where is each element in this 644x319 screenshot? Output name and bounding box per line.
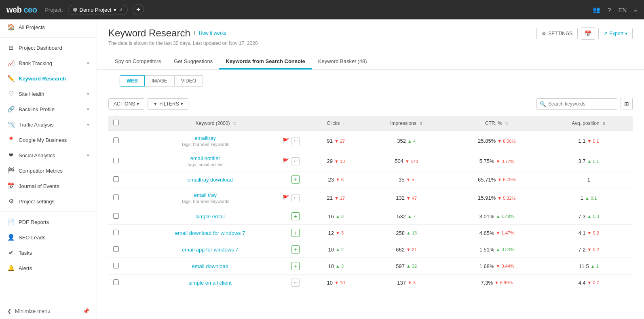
keyword-text-area: email download — [129, 263, 291, 269]
minimize-menu[interactable]: ❮ Minimize menu 📌 — [0, 303, 97, 319]
row-checkbox-3[interactable] — [113, 194, 119, 200]
sidebar-item-competitor-metrics[interactable]: 🏁 Competitor Metrics — [0, 163, 97, 178]
columns-icon: ⊞ — [624, 101, 629, 107]
sidebar-item-social-analytics[interactable]: ❤ Social Analytics ▾ — [0, 148, 97, 163]
row-checkbox-8[interactable] — [113, 279, 119, 285]
sidebar-label-tasks: Tasks — [19, 250, 32, 256]
keyword-text-area: email notifier Tags: email notifier — [129, 155, 282, 167]
people-icon[interactable]: 👥 — [593, 6, 600, 13]
add-icon[interactable]: + — [291, 245, 300, 254]
row-checkbox-6[interactable] — [113, 246, 119, 252]
avg-pos-cell: 4.4 ▼ 0.7 — [549, 280, 628, 286]
export-button[interactable]: ↗ Export ▾ — [598, 28, 633, 39]
question-icon[interactable]: ? — [608, 6, 611, 13]
add-icon[interactable]: + — [291, 229, 300, 237]
add-icon[interactable]: + — [291, 175, 300, 184]
sort-icon-clicks: ↓ — [343, 121, 345, 126]
ctr-cell: 25.85% ▼ 8.06% — [454, 138, 540, 144]
tab-keywords-from-search-console[interactable]: Keywords from Search Console — [219, 54, 312, 70]
tab-keyword-basket[interactable]: Keyword Basket (48) — [312, 54, 374, 70]
project-name: Demo Project — [80, 7, 112, 13]
row-checkbox-4[interactable] — [113, 213, 119, 219]
row-checkbox-0[interactable] — [113, 137, 119, 143]
col-impressions[interactable]: Impressions ⇅ — [364, 116, 449, 131]
external-link-icon: ↗ — [119, 7, 122, 13]
sidebar-item-journal-of-events[interactable]: 📅 Journal of Events — [0, 178, 97, 194]
sidebar-item-google-my-business[interactable]: 📍 Google My Business — [0, 132, 97, 148]
media-tab-web[interactable]: WEB — [120, 75, 145, 87]
back-icon[interactable]: ↩ — [291, 137, 300, 145]
add-project-button[interactable]: + — [133, 4, 144, 15]
sidebar-item-rank-tracking[interactable]: 📈 Rank Tracking ▾ — [0, 55, 97, 71]
table-row: email tray Tags: branded keywords 🚩↩ 21 … — [108, 188, 633, 208]
table-row: simple email + 16 ▲ 8532 ▲ 73.01% ▲ 1.48… — [108, 208, 633, 225]
project-selector[interactable]: Demo Project ▾ ↗ — [68, 5, 128, 15]
keyword-row-content: simple email client ↩ — [129, 279, 303, 287]
select-all-checkbox[interactable] — [113, 120, 119, 125]
actions-button[interactable]: ACTIONS ▾ — [108, 98, 144, 110]
sidebar-item-traffic-analysis[interactable]: 📉 Traffic Analysis ▾ — [0, 117, 97, 132]
keyword-link[interactable]: emailtray — [194, 135, 216, 141]
sidebar-item-backlink-profile[interactable]: 🔗 Backlink Profile ▾ — [0, 101, 97, 117]
search-input[interactable] — [536, 98, 617, 110]
flag-icon[interactable]: 🚩 — [282, 157, 290, 165]
keyword-link[interactable]: simple email client — [189, 280, 232, 286]
keyword-link[interactable]: email download for windows 7 — [175, 230, 245, 236]
ctr-cell: 3.01% ▲ 1.48% — [454, 213, 540, 220]
settings-button[interactable]: ⚙ SETTINGS — [536, 28, 578, 39]
filters-button[interactable]: ▼ FILTERS ▾ — [148, 98, 188, 110]
back-icon[interactable]: ↩ — [291, 279, 300, 287]
language-label[interactable]: EN — [618, 6, 627, 13]
sidebar-label-pdf-reports: PDF Reports — [19, 219, 49, 225]
flag-icon[interactable]: 🚩 — [282, 137, 290, 145]
calendar-button[interactable]: 📅 — [581, 27, 595, 40]
menu-icon[interactable]: ≡ — [634, 6, 638, 13]
sidebar-item-project-settings[interactable]: ⚙ Project settings — [0, 194, 97, 209]
keyword-link[interactable]: emailtray download — [188, 177, 233, 183]
sidebar-item-tasks[interactable]: ✔ Tasks — [0, 245, 97, 260]
col-avg-position[interactable]: Avg. position ⇅ — [545, 116, 633, 131]
keyword-link[interactable]: email notifier — [190, 155, 220, 161]
col-clicks[interactable]: Clicks ↓ — [308, 116, 364, 131]
sidebar-item-keyword-research[interactable]: ✏️ Keyword Research — [0, 71, 97, 86]
row-checkbox-5[interactable] — [113, 230, 119, 235]
tab-spy-on-competitors[interactable]: Spy on Competitors — [108, 54, 167, 70]
sidebar-item-project-dashboard[interactable]: ⊞ Project Dashboard — [0, 40, 97, 55]
col-keyword[interactable]: Keyword (2000) ⇅ — [124, 116, 308, 131]
back-icon[interactable]: ↩ — [291, 157, 300, 165]
avg-pos-cell: 1 — [549, 177, 628, 183]
add-icon[interactable]: + — [291, 212, 300, 220]
keyword-link[interactable]: email download — [192, 263, 228, 269]
impressions-cell: 597 ▲ 32 — [369, 263, 444, 269]
row-checkbox-2[interactable] — [113, 176, 119, 182]
table-row: email notifier Tags: email notifier 🚩↩ 2… — [108, 151, 633, 171]
back-icon[interactable]: ↩ — [291, 194, 300, 202]
dashboard-icon: ⊞ — [7, 44, 15, 51]
columns-button[interactable]: ⊞ — [621, 98, 633, 110]
add-icon[interactable]: + — [291, 262, 300, 270]
sidebar-label-all-projects: All Projects — [19, 24, 45, 30]
col-ctr[interactable]: CTR, % ⇅ — [449, 116, 545, 131]
impressions-cell: 532 ▲ 7 — [369, 213, 444, 220]
sidebar-item-alerts[interactable]: 🔔 Alerts — [0, 260, 97, 276]
keyword-link[interactable]: email tray — [194, 192, 217, 198]
keyword-link[interactable]: email app for windows 7 — [182, 247, 238, 253]
sidebar: 🏠 All Projects ⊞ Project Dashboard 📈 Ran… — [0, 19, 97, 319]
ctr-cell: 15.91% ▼ 5.32% — [454, 195, 540, 201]
row-checkbox-1[interactable] — [113, 158, 119, 163]
media-tab-video[interactable]: VIDEO — [174, 75, 203, 87]
sidebar-item-all-projects[interactable]: 🏠 All Projects — [0, 19, 97, 35]
logo: web ceo — [6, 5, 37, 15]
sidebar-item-seo-leads[interactable]: 👤 SEO Leads — [0, 230, 97, 245]
sidebar-item-site-health[interactable]: ♡ Site Health ▾ — [0, 86, 97, 101]
tab-get-suggestions[interactable]: Get Suggestions — [167, 54, 219, 70]
sidebar-label-rank-tracking: Rank Tracking — [19, 60, 52, 66]
media-tab-image[interactable]: IMAGE — [145, 75, 174, 87]
how-it-works-link[interactable]: How it works — [199, 30, 226, 36]
row-checkbox-7[interactable] — [113, 263, 119, 268]
sidebar-item-pdf-reports[interactable]: 📄 PDF Reports — [0, 214, 97, 230]
keyword-link[interactable]: simple email — [196, 213, 225, 220]
chevron-right-icon-sh: ▾ — [87, 91, 89, 97]
calendar-icon: 📅 — [585, 30, 591, 37]
flag-icon[interactable]: 🚩 — [282, 194, 290, 202]
